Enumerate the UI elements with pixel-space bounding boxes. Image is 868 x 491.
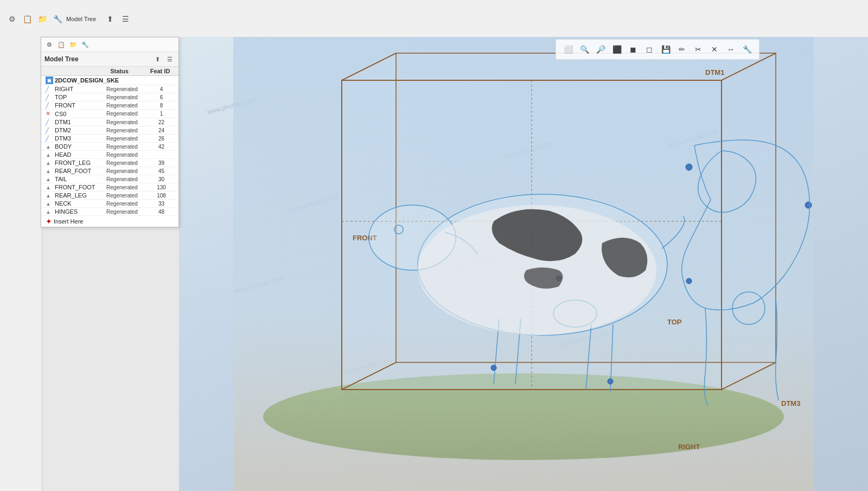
wireframe-view-icon[interactable]: ◻ (642, 42, 657, 57)
item-featid-right: 4 (146, 86, 176, 92)
top-toolbar: ⚙ 📋 📁 🔧 Model Tree ⬆ ☰ (0, 0, 868, 38)
item-status-front: Regenerated (98, 103, 146, 109)
insert-here-item[interactable]: ✦ Insert Here (41, 216, 178, 227)
tree-filter-icon[interactable]: 📁 (68, 39, 79, 50)
item-featid-front-leg: 39 (146, 160, 176, 166)
toolbar-icon-1[interactable]: ⚙ (5, 12, 18, 25)
tree-item-rear-foot[interactable]: ▲ REAR_FOOT Regenerated 45 (41, 167, 178, 175)
tree-add-icon[interactable]: 🔧 (80, 39, 91, 50)
item-name-top: TOP (55, 94, 67, 100)
item-status-head: Regenerated (98, 152, 146, 158)
svg-marker-6 (722, 53, 776, 390)
item-featid-rear-foot: 45 (146, 168, 176, 174)
tree-expand-icon[interactable]: 📋 (56, 39, 67, 50)
item-featid-neck: 33 (146, 201, 176, 207)
item-name-dtm1: DTM1 (55, 119, 71, 125)
tree-items: ▣ 2DCOW_DESIGN_SKE ╱ RIGHT Regenerated 4… (41, 76, 178, 227)
tree-item-tail[interactable]: ▲ TAIL Regenerated 30 (41, 175, 178, 183)
tree-toolbar: ⚙ 📋 📁 🔧 (41, 37, 178, 52)
zoom-in-icon[interactable]: 🔍 (577, 42, 592, 57)
viewport-svg: DTM1 DTM3 FRONT TOP RIGHT (179, 37, 868, 491)
body-icon-neck: ▲ (46, 201, 53, 207)
item-featid-rear-leg: 108 (146, 193, 176, 199)
insert-here-label: Insert Here (54, 218, 83, 225)
body-icon-front-foot: ▲ (46, 184, 53, 190)
tree-item-dtm3[interactable]: ╱ DTM3 Regenerated 26 (41, 135, 178, 143)
tree-item-head[interactable]: ▲ HEAD Regenerated (41, 151, 178, 159)
right-label: RIGHT (678, 443, 700, 451)
tree-root-item[interactable]: ▣ 2DCOW_DESIGN_SKE (41, 76, 178, 85)
item-status-tail: Regenerated (98, 176, 146, 182)
item-featid-hinges: 48 (146, 209, 176, 215)
item-status-hinges: Regenerated (98, 209, 146, 215)
tool-icon[interactable]: 🔧 (739, 42, 755, 57)
item-name-dtm3: DTM3 (55, 135, 71, 142)
item-featid-dtm2: 24 (146, 127, 176, 133)
sketch-icon[interactable]: ✏ (674, 42, 690, 57)
item-name-front-foot: FRONT_FOOT (55, 184, 95, 190)
tree-item-top[interactable]: ╱ TOP Regenerated 6 (41, 93, 178, 101)
item-name-front: FRONT (55, 102, 75, 109)
top-label: TOP (667, 318, 682, 326)
svg-point-21 (686, 278, 692, 284)
item-status-front-foot: Regenerated (98, 184, 146, 190)
fit-icon[interactable]: ⬜ (560, 42, 576, 57)
item-status-right: Regenerated (98, 86, 146, 92)
item-featid-front-foot: 130 (146, 184, 176, 190)
panel-header-bar: Model Tree ⬆ ☰ (41, 52, 178, 67)
panel-settings-icon[interactable]: ☰ (164, 54, 175, 65)
item-name-rear-foot: REAR_FOOT (55, 168, 91, 174)
tree-item-right[interactable]: ╱ RIGHT Regenerated 4 (41, 85, 178, 93)
plane-icon-right: ╱ (46, 86, 53, 92)
left-side-panel (0, 37, 42, 491)
toolbar-icon-2[interactable]: 📋 (21, 12, 34, 25)
item-name-right: RIGHT (55, 86, 73, 92)
tree-item-body[interactable]: ▲ BODY Regenerated 42 (41, 143, 178, 151)
tree-item-dtm1[interactable]: ╱ DTM1 Regenerated 22 (41, 118, 178, 126)
item-featid-dtm3: 26 (146, 136, 176, 142)
svg-point-22 (805, 202, 812, 208)
tree-item-dtm2[interactable]: ╱ DTM2 Regenerated 24 (41, 126, 178, 135)
tree-item-front-leg[interactable]: ▲ FRONT_LEG Regenerated 39 (41, 159, 178, 167)
item-featid-cs0: 1 (146, 111, 176, 117)
zoom-out-icon[interactable]: 🔎 (593, 42, 608, 57)
cut-icon[interactable]: ✂ (691, 42, 706, 57)
normal-view-icon[interactable]: ⬛ (609, 42, 624, 57)
item-name-rear-leg: REAR_LEG (55, 192, 87, 199)
tree-item-front-foot[interactable]: ▲ FRONT_FOOT Regenerated 130 (41, 183, 178, 192)
dtm3-label: DTM3 (781, 399, 800, 407)
item-status-dtm3: Regenerated (98, 136, 146, 142)
tree-item-hinges[interactable]: ▲ HINGES Regenerated 48 (41, 208, 178, 216)
toolbar-icon-6[interactable]: ☰ (119, 12, 132, 25)
item-status-dtm1: Regenerated (98, 119, 146, 125)
plane-icon-top: ╱ (46, 94, 53, 100)
col-featid-header: Feat ID (144, 68, 176, 74)
tree-item-neck[interactable]: ▲ NECK Regenerated 33 (41, 200, 178, 208)
shaded-icon[interactable]: ◼ (626, 42, 641, 57)
col-status-header: Status (95, 68, 144, 74)
body-icon-hinges: ▲ (46, 209, 53, 215)
save-view-icon[interactable]: 💾 (658, 42, 673, 57)
plane-icon-dtm3: ╱ (46, 136, 53, 142)
item-name-dtm2: DTM2 (55, 127, 71, 133)
item-featid-body: 42 (146, 144, 176, 150)
body-icon-rear-leg: ▲ (46, 193, 53, 199)
item-featid-top: 6 (146, 94, 176, 100)
toolbar-icon-4[interactable]: 🔧 (51, 12, 64, 25)
cross-icon[interactable]: ✕ (707, 42, 722, 57)
tree-item-front[interactable]: ╱ FRONT Regenerated 8 (41, 101, 178, 110)
item-featid-tail: 30 (146, 176, 176, 182)
panel-up-icon[interactable]: ⬆ (152, 54, 163, 65)
viewport[interactable]: www.photaki.com www.photaki.com www.phot… (179, 37, 868, 491)
tree-item-rear-leg[interactable]: ▲ REAR_LEG Regenerated 108 (41, 192, 178, 200)
right-toolbar: ⬜ 🔍 🔎 ⬛ ◼ ◻ 💾 ✏ ✂ ✕ ↔ 🔧 (556, 39, 760, 60)
toolbar-icon-3[interactable]: 📁 (36, 12, 49, 25)
item-status-neck: Regenerated (98, 201, 146, 207)
toolbar-icon-5[interactable]: ⬆ (104, 12, 117, 25)
csys-icon-cs0: ✕ (46, 110, 53, 117)
item-status-rear-foot: Regenerated (98, 168, 146, 174)
tree-settings-icon[interactable]: ⚙ (44, 39, 55, 50)
tree-item-cs0[interactable]: ✕ CS0 Regenerated 1 (41, 110, 178, 118)
insert-icon: ✦ (46, 217, 52, 226)
dimension-icon[interactable]: ↔ (723, 42, 738, 57)
